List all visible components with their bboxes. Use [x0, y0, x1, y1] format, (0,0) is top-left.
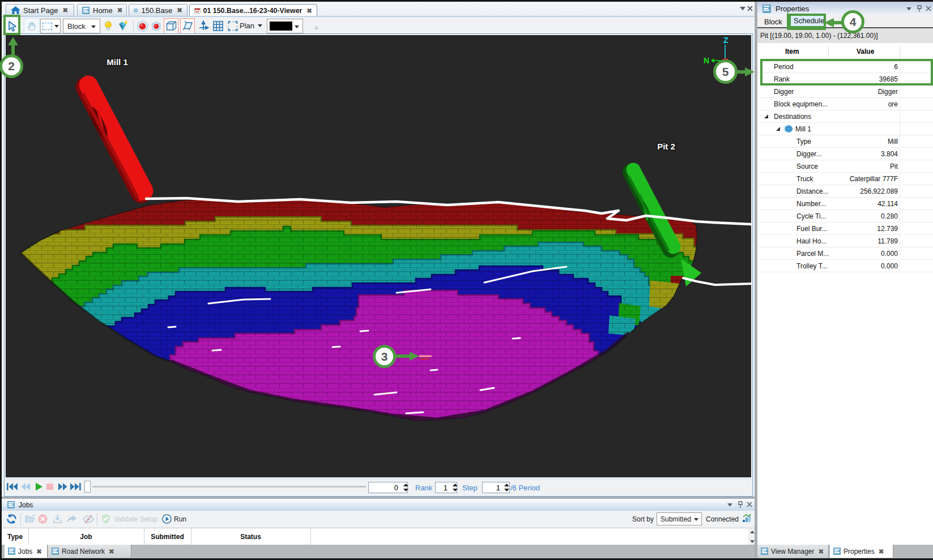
svg-text:N: N	[704, 56, 709, 65]
svg-text:Mill 1: Mill 1	[106, 57, 128, 67]
svg-text:Z: Z	[723, 36, 728, 45]
svg-text:Pit 2: Pit 2	[657, 142, 675, 151]
